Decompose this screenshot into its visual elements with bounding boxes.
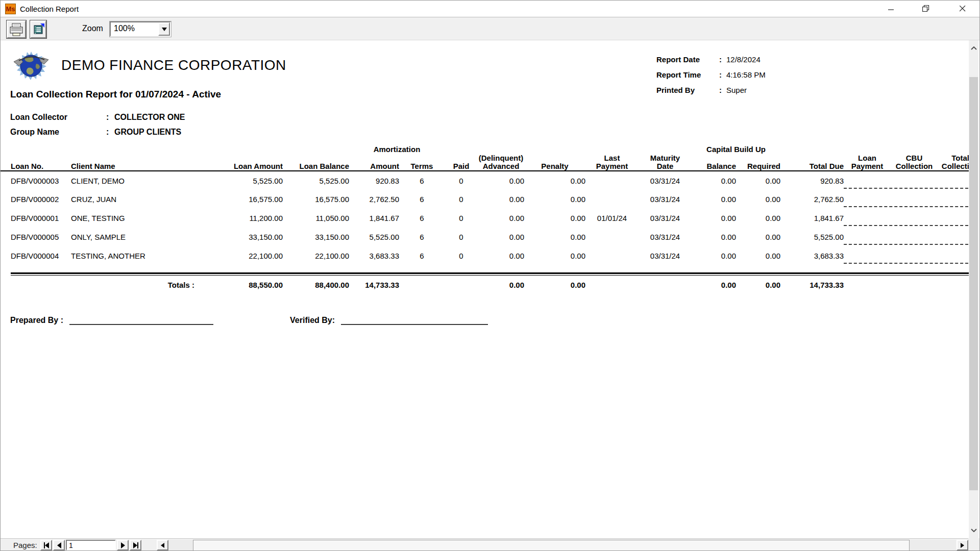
cell-loan-no: DFB/V000005 — [1, 228, 71, 246]
column-header-client-name: Client Name — [71, 154, 205, 171]
company-name: DEMO FINANCE CORPORATION — [61, 57, 286, 73]
toolbar: Zoom 100% — [1, 17, 980, 40]
scroll-down-button[interactable] — [969, 522, 978, 538]
column-header-paid: Paid — [445, 154, 478, 171]
print-button[interactable] — [7, 20, 26, 38]
total-total-due: 14,733.33 — [780, 276, 844, 294]
printer-icon — [9, 23, 23, 36]
total-penalty: 0.00 — [524, 276, 585, 294]
total-advanced: 0.00 — [478, 276, 524, 294]
colon: : — [719, 70, 726, 79]
group-name-label: Group Name — [10, 128, 106, 137]
total-cbu-balance: 0.00 — [692, 276, 736, 294]
zoom-value: 100% — [114, 24, 135, 33]
title-bar: Ms Collection Report — [1, 1, 980, 17]
total-amort-amount: 14,733.33 — [349, 276, 399, 294]
cell-last-payment: 01/01/24 — [585, 209, 639, 228]
minimize-button[interactable] — [879, 1, 903, 16]
column-header-advanced: (Delinquent) Advanced — [478, 154, 524, 171]
vertical-scrollbar[interactable] — [969, 40, 978, 538]
printed-by-label: Printed By — [656, 86, 719, 94]
restore-button[interactable] — [914, 1, 938, 16]
next-page-button[interactable] — [117, 540, 129, 550]
close-button[interactable] — [951, 1, 974, 16]
cell-advanced: 0.00 — [478, 246, 524, 265]
report-page: DEMO FINANCE CORPORATION Report Date : 1… — [1, 40, 969, 538]
cell-advanced: 0.00 — [478, 190, 524, 209]
total-loan-balance: 88,400.00 — [283, 276, 349, 294]
report-meta: Report Date : 12/8/2024 Report Time : 4:… — [656, 52, 766, 97]
zoom-label: Zoom — [82, 24, 103, 33]
last-page-icon — [133, 542, 137, 548]
cell-cbu-balance: 0.00 — [692, 246, 736, 265]
chevron-down-icon — [971, 528, 977, 532]
vertical-scrollbar-thumb[interactable] — [969, 77, 978, 490]
total-loan-amount: 88,550.00 — [205, 276, 283, 294]
colon: : — [719, 86, 726, 94]
cell-penalty: 0.00 — [524, 171, 585, 190]
column-header-last-payment: Last Payment — [585, 154, 639, 171]
bottom-bar: Pages: — [1, 538, 980, 551]
cell-cbu-balance: 0.00 — [692, 209, 736, 228]
next-page-icon — [121, 542, 125, 548]
first-page-button[interactable] — [40, 540, 52, 550]
chevron-up-icon — [971, 46, 977, 51]
export-notebook-icon — [32, 23, 44, 36]
window-title: Collection Report — [20, 5, 79, 13]
horizontal-scrollbar-thumb[interactable] — [193, 540, 910, 551]
previous-page-button[interactable] — [53, 540, 65, 550]
arrow-left-icon — [161, 543, 164, 548]
cell-terms: 6 — [399, 190, 445, 209]
cell-amort-amount: 920.83 — [349, 171, 399, 190]
loan-collector-label: Loan Collector — [10, 113, 106, 122]
cell-penalty: 0.00 — [524, 228, 585, 246]
horizontal-scrollbar[interactable] — [169, 540, 956, 551]
cell-loan-amount: 33,150.00 — [205, 228, 283, 246]
column-header-loan-balance: Loan Balance — [283, 154, 349, 171]
cell-cbu-required: 0.00 — [736, 246, 780, 265]
column-header-loan-no: Loan No. — [1, 154, 71, 171]
cell-maturity-date: 03/31/24 — [639, 171, 692, 190]
column-header-penalty: Penalty — [524, 154, 585, 171]
cell-loan-no: DFB/V000001 — [1, 209, 71, 228]
cell-paid: 0 — [445, 246, 478, 265]
report-time-value: 4:16:58 PM — [726, 70, 766, 79]
column-header-amort-amount: Amount — [349, 154, 399, 171]
totals-label: Totals : — [71, 276, 205, 294]
scroll-right-button[interactable] — [957, 540, 968, 550]
colon: : — [106, 113, 114, 122]
cell-cbu-balance: 0.00 — [692, 171, 736, 190]
app-icon: Ms — [5, 4, 16, 14]
table-row: DFB/V000005 ONLY, SAMPLE 33,150.00 33,15… — [1, 228, 969, 246]
zoom-dropdown-arrow[interactable] — [158, 22, 170, 36]
cell-terms: 6 — [399, 209, 445, 228]
zoom-dropdown[interactable]: 100% — [110, 21, 171, 37]
collection-writein-line — [844, 190, 969, 209]
cell-total-due: 2,762.50 — [780, 190, 844, 209]
signature-block: Prepared By : Verified By: — [10, 316, 488, 325]
cell-paid: 0 — [445, 190, 478, 209]
column-header-total-collection: Total Collecti — [938, 154, 969, 171]
totals-separator — [1, 265, 969, 276]
last-page-button[interactable] — [130, 540, 141, 550]
cell-total-due: 3,683.33 — [780, 246, 844, 265]
loan-table: Amortization Capital Build Up Loan No. C… — [1, 142, 969, 294]
cell-advanced: 0.00 — [478, 209, 524, 228]
page-number-input[interactable] — [66, 540, 116, 550]
cell-client-name: TESTING, ANOTHER — [71, 246, 205, 265]
export-button[interactable] — [30, 20, 46, 38]
cell-loan-amount: 16,575.00 — [205, 190, 283, 209]
column-header-cbu-required: Required — [736, 154, 780, 171]
scroll-left-button[interactable] — [157, 540, 168, 550]
cell-advanced: 0.00 — [478, 171, 524, 190]
scroll-up-button[interactable] — [969, 40, 978, 57]
previous-page-icon — [57, 542, 61, 548]
cell-client-name: CLIENT, DEMO — [71, 171, 205, 190]
table-row: DFB/V000004 TESTING, ANOTHER 22,100.00 2… — [1, 246, 969, 265]
cell-penalty: 0.00 — [524, 209, 585, 228]
report-date-value: 12/8/2024 — [726, 55, 761, 64]
table-row: DFB/V000002 CRUZ, JUAN 16,575.00 16,575.… — [1, 190, 969, 209]
cell-cbu-required: 0.00 — [736, 171, 780, 190]
table-row: DFB/V000003 CLIENT, DEMO 5,525.00 5,525.… — [1, 171, 969, 190]
column-header-total-due: Total Due — [780, 154, 844, 171]
